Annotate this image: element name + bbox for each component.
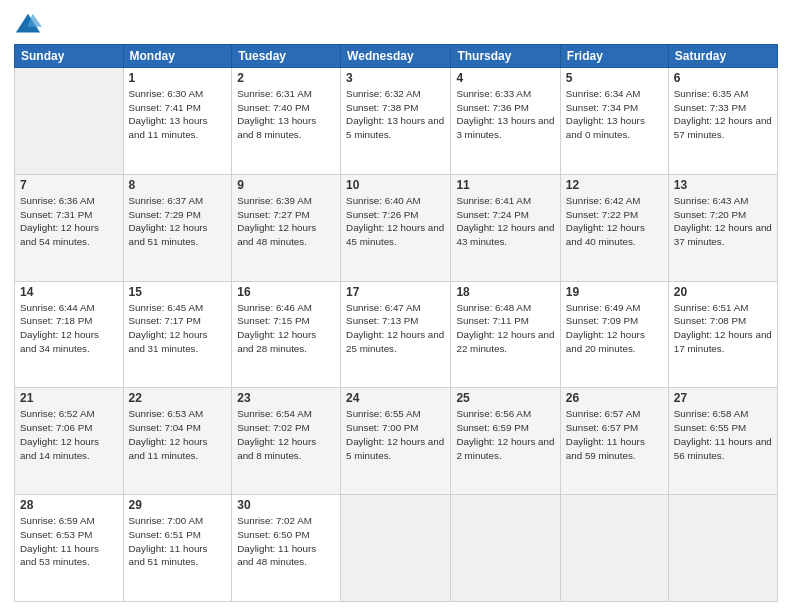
week-row: 21Sunrise: 6:52 AMSunset: 7:06 PMDayligh…: [15, 388, 778, 495]
day-number: 15: [129, 285, 227, 299]
day-number: 2: [237, 71, 335, 85]
week-row: 7Sunrise: 6:36 AMSunset: 7:31 PMDaylight…: [15, 174, 778, 281]
cell-info: Sunrise: 6:56 AMSunset: 6:59 PMDaylight:…: [456, 407, 554, 462]
calendar-cell: 24Sunrise: 6:55 AMSunset: 7:00 PMDayligh…: [341, 388, 451, 495]
cell-info: Sunrise: 6:57 AMSunset: 6:57 PMDaylight:…: [566, 407, 663, 462]
calendar-cell: 12Sunrise: 6:42 AMSunset: 7:22 PMDayligh…: [560, 174, 668, 281]
calendar-cell: 21Sunrise: 6:52 AMSunset: 7:06 PMDayligh…: [15, 388, 124, 495]
calendar-cell: 18Sunrise: 6:48 AMSunset: 7:11 PMDayligh…: [451, 281, 560, 388]
calendar-cell: 7Sunrise: 6:36 AMSunset: 7:31 PMDaylight…: [15, 174, 124, 281]
calendar-cell: 26Sunrise: 6:57 AMSunset: 6:57 PMDayligh…: [560, 388, 668, 495]
day-number: 19: [566, 285, 663, 299]
day-number: 21: [20, 391, 118, 405]
calendar-cell: [341, 495, 451, 602]
cell-info: Sunrise: 6:52 AMSunset: 7:06 PMDaylight:…: [20, 407, 118, 462]
header: [14, 10, 778, 38]
calendar-cell: 2Sunrise: 6:31 AMSunset: 7:40 PMDaylight…: [232, 68, 341, 175]
day-number: 28: [20, 498, 118, 512]
day-number: 11: [456, 178, 554, 192]
cell-info: Sunrise: 6:54 AMSunset: 7:02 PMDaylight:…: [237, 407, 335, 462]
calendar-cell: 20Sunrise: 6:51 AMSunset: 7:08 PMDayligh…: [668, 281, 777, 388]
calendar-cell: [560, 495, 668, 602]
day-number: 22: [129, 391, 227, 405]
cell-info: Sunrise: 6:44 AMSunset: 7:18 PMDaylight:…: [20, 301, 118, 356]
cell-info: Sunrise: 6:58 AMSunset: 6:55 PMDaylight:…: [674, 407, 772, 462]
week-row: 28Sunrise: 6:59 AMSunset: 6:53 PMDayligh…: [15, 495, 778, 602]
day-number: 18: [456, 285, 554, 299]
calendar-cell: 5Sunrise: 6:34 AMSunset: 7:34 PMDaylight…: [560, 68, 668, 175]
calendar-cell: 14Sunrise: 6:44 AMSunset: 7:18 PMDayligh…: [15, 281, 124, 388]
calendar-cell: 15Sunrise: 6:45 AMSunset: 7:17 PMDayligh…: [123, 281, 232, 388]
day-number: 29: [129, 498, 227, 512]
calendar-cell: [451, 495, 560, 602]
logo: [14, 10, 44, 38]
calendar-cell: 4Sunrise: 6:33 AMSunset: 7:36 PMDaylight…: [451, 68, 560, 175]
calendar-cell: 27Sunrise: 6:58 AMSunset: 6:55 PMDayligh…: [668, 388, 777, 495]
day-number: 1: [129, 71, 227, 85]
day-number: 9: [237, 178, 335, 192]
week-row: 14Sunrise: 6:44 AMSunset: 7:18 PMDayligh…: [15, 281, 778, 388]
calendar-table: SundayMondayTuesdayWednesdayThursdayFrid…: [14, 44, 778, 602]
day-number: 23: [237, 391, 335, 405]
calendar-cell: 8Sunrise: 6:37 AMSunset: 7:29 PMDaylight…: [123, 174, 232, 281]
day-number: 14: [20, 285, 118, 299]
cell-info: Sunrise: 7:02 AMSunset: 6:50 PMDaylight:…: [237, 514, 335, 569]
cell-info: Sunrise: 7:00 AMSunset: 6:51 PMDaylight:…: [129, 514, 227, 569]
calendar-cell: 3Sunrise: 6:32 AMSunset: 7:38 PMDaylight…: [341, 68, 451, 175]
day-number: 3: [346, 71, 445, 85]
calendar-cell: 22Sunrise: 6:53 AMSunset: 7:04 PMDayligh…: [123, 388, 232, 495]
calendar-cell: [15, 68, 124, 175]
calendar-cell: 16Sunrise: 6:46 AMSunset: 7:15 PMDayligh…: [232, 281, 341, 388]
day-number: 13: [674, 178, 772, 192]
cell-info: Sunrise: 6:55 AMSunset: 7:00 PMDaylight:…: [346, 407, 445, 462]
calendar-cell: 11Sunrise: 6:41 AMSunset: 7:24 PMDayligh…: [451, 174, 560, 281]
calendar-cell: 9Sunrise: 6:39 AMSunset: 7:27 PMDaylight…: [232, 174, 341, 281]
header-day: Thursday: [451, 45, 560, 68]
cell-info: Sunrise: 6:39 AMSunset: 7:27 PMDaylight:…: [237, 194, 335, 249]
cell-info: Sunrise: 6:43 AMSunset: 7:20 PMDaylight:…: [674, 194, 772, 249]
cell-info: Sunrise: 6:35 AMSunset: 7:33 PMDaylight:…: [674, 87, 772, 142]
cell-info: Sunrise: 6:32 AMSunset: 7:38 PMDaylight:…: [346, 87, 445, 142]
calendar-cell: [668, 495, 777, 602]
logo-icon: [14, 10, 42, 38]
cell-info: Sunrise: 6:40 AMSunset: 7:26 PMDaylight:…: [346, 194, 445, 249]
day-number: 8: [129, 178, 227, 192]
calendar-cell: 23Sunrise: 6:54 AMSunset: 7:02 PMDayligh…: [232, 388, 341, 495]
cell-info: Sunrise: 6:31 AMSunset: 7:40 PMDaylight:…: [237, 87, 335, 142]
calendar-cell: 28Sunrise: 6:59 AMSunset: 6:53 PMDayligh…: [15, 495, 124, 602]
cell-info: Sunrise: 6:48 AMSunset: 7:11 PMDaylight:…: [456, 301, 554, 356]
calendar-cell: 30Sunrise: 7:02 AMSunset: 6:50 PMDayligh…: [232, 495, 341, 602]
day-number: 16: [237, 285, 335, 299]
header-day: Friday: [560, 45, 668, 68]
cell-info: Sunrise: 6:36 AMSunset: 7:31 PMDaylight:…: [20, 194, 118, 249]
header-row: SundayMondayTuesdayWednesdayThursdayFrid…: [15, 45, 778, 68]
cell-info: Sunrise: 6:37 AMSunset: 7:29 PMDaylight:…: [129, 194, 227, 249]
cell-info: Sunrise: 6:41 AMSunset: 7:24 PMDaylight:…: [456, 194, 554, 249]
calendar-cell: 13Sunrise: 6:43 AMSunset: 7:20 PMDayligh…: [668, 174, 777, 281]
header-day: Monday: [123, 45, 232, 68]
cell-info: Sunrise: 6:51 AMSunset: 7:08 PMDaylight:…: [674, 301, 772, 356]
day-number: 6: [674, 71, 772, 85]
day-number: 17: [346, 285, 445, 299]
cell-info: Sunrise: 6:49 AMSunset: 7:09 PMDaylight:…: [566, 301, 663, 356]
page: SundayMondayTuesdayWednesdayThursdayFrid…: [0, 0, 792, 612]
calendar-cell: 17Sunrise: 6:47 AMSunset: 7:13 PMDayligh…: [341, 281, 451, 388]
calendar-cell: 1Sunrise: 6:30 AMSunset: 7:41 PMDaylight…: [123, 68, 232, 175]
cell-info: Sunrise: 6:46 AMSunset: 7:15 PMDaylight:…: [237, 301, 335, 356]
header-day: Wednesday: [341, 45, 451, 68]
header-day: Tuesday: [232, 45, 341, 68]
week-row: 1Sunrise: 6:30 AMSunset: 7:41 PMDaylight…: [15, 68, 778, 175]
cell-info: Sunrise: 6:45 AMSunset: 7:17 PMDaylight:…: [129, 301, 227, 356]
calendar-cell: 25Sunrise: 6:56 AMSunset: 6:59 PMDayligh…: [451, 388, 560, 495]
calendar-cell: 19Sunrise: 6:49 AMSunset: 7:09 PMDayligh…: [560, 281, 668, 388]
calendar-cell: 29Sunrise: 7:00 AMSunset: 6:51 PMDayligh…: [123, 495, 232, 602]
day-number: 30: [237, 498, 335, 512]
header-day: Sunday: [15, 45, 124, 68]
day-number: 26: [566, 391, 663, 405]
header-day: Saturday: [668, 45, 777, 68]
cell-info: Sunrise: 6:42 AMSunset: 7:22 PMDaylight:…: [566, 194, 663, 249]
cell-info: Sunrise: 6:34 AMSunset: 7:34 PMDaylight:…: [566, 87, 663, 142]
cell-info: Sunrise: 6:30 AMSunset: 7:41 PMDaylight:…: [129, 87, 227, 142]
day-number: 25: [456, 391, 554, 405]
cell-info: Sunrise: 6:59 AMSunset: 6:53 PMDaylight:…: [20, 514, 118, 569]
